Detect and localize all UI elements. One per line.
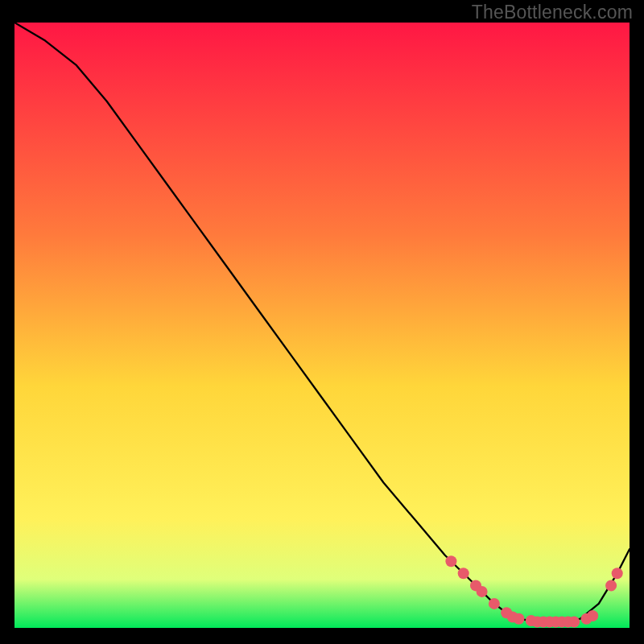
marker-point [568, 617, 580, 628]
marker-point [605, 580, 617, 591]
marker-point [458, 568, 469, 579]
marker-point [489, 598, 500, 609]
marker-point [587, 610, 598, 621]
marker-point [514, 613, 525, 625]
watermark-text: TheBottleneck.com [472, 2, 633, 23]
marker-point [612, 568, 623, 579]
chart-frame: TheBottleneck.com [0, 0, 644, 644]
chart-plot-area [14, 23, 630, 628]
marker-point [445, 555, 456, 567]
gradient-background [14, 23, 630, 628]
chart-svg [14, 23, 630, 628]
marker-point [477, 586, 488, 597]
